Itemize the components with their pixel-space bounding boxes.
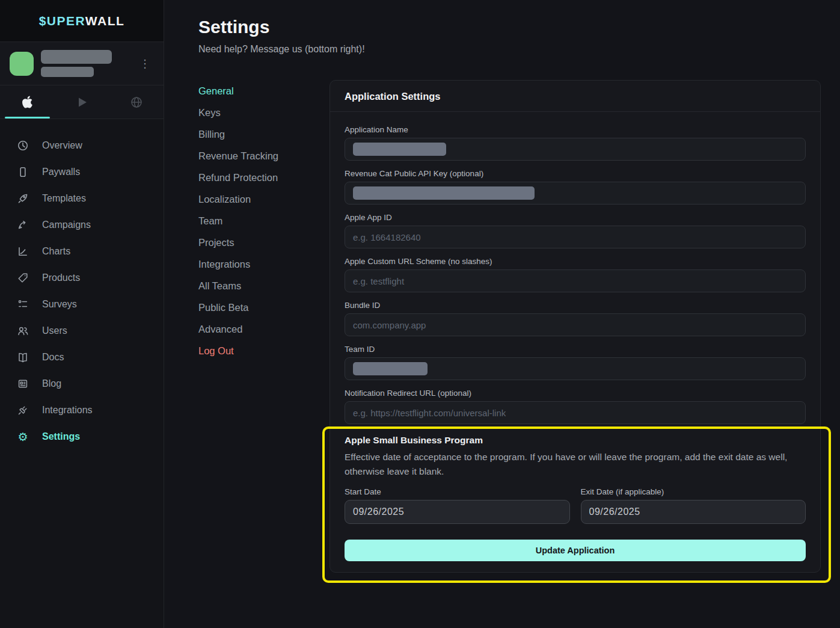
exit-date-input[interactable] (581, 500, 806, 524)
settings-nav: General Keys Billing Revenue Tracking Re… (198, 80, 330, 362)
sidebar-item-users[interactable]: Users (0, 318, 164, 344)
settings-nav-projects[interactable]: Projects (198, 232, 330, 253)
sidebar-item-label: Paywalls (42, 167, 80, 177)
application-name-input[interactable] (345, 138, 806, 161)
field-notification-redirect-url: Notification Redirect URL (optional) (345, 389, 806, 424)
settings-nav-team[interactable]: Team (198, 210, 330, 232)
redacted-value (353, 362, 428, 375)
field-bundle-id: Bundle ID (345, 301, 806, 336)
redacted-value (353, 143, 446, 156)
sidebar-item-integrations[interactable]: Integrations (0, 397, 164, 423)
clock-icon (17, 140, 29, 152)
field-label: Apple Custom URL Scheme (no slashes) (345, 257, 806, 266)
field-revenuecat-api-key: Revenue Cat Public API Key (optional) (345, 169, 806, 205)
settings-nav-localization[interactable]: Localization (198, 188, 330, 210)
sidebar-item-docs[interactable]: Docs (0, 344, 164, 371)
field-label: Exit Date (if applicable) (581, 487, 806, 496)
sidebar-item-label: Charts (42, 246, 70, 257)
notification-redirect-url-input[interactable] (345, 401, 806, 424)
checklist-icon (17, 298, 29, 310)
sidebar-item-label: Overview (42, 140, 82, 151)
sidebar-item-charts[interactable]: Charts (0, 238, 164, 265)
page-subtitle: Need help? Message us (bottom right)! (198, 44, 821, 55)
sbp-title: Apple Small Business Program (345, 435, 806, 446)
apple-app-id-input[interactable] (345, 226, 806, 248)
workspace-avatar (10, 52, 34, 76)
sidebar-item-label: Templates (42, 193, 86, 204)
workspace-switcher[interactable]: ⋮ (0, 42, 164, 85)
sidebar-item-label: Surveys (42, 299, 77, 310)
logo-prefix: $UPER (39, 14, 85, 28)
logo-row: $UPERWALL (0, 0, 164, 42)
start-date-input[interactable] (345, 500, 570, 524)
sidebar: $UPERWALL ⋮ Overview (0, 0, 164, 628)
panel-title: Application Settings (345, 91, 806, 102)
page-title: Settings (198, 17, 821, 37)
platform-tabs (0, 85, 164, 119)
field-apple-app-id: Apple App ID (345, 213, 806, 248)
sidebar-nav: Overview Paywalls Templates Campaigns Ch… (0, 119, 164, 450)
field-label: Notification Redirect URL (optional) (345, 389, 806, 398)
globe-icon (130, 96, 143, 109)
settings-nav-all-teams[interactable]: All Teams (198, 275, 330, 297)
superwall-logo[interactable]: $UPERWALL (39, 14, 125, 28)
sbp-description: Effective date of acceptance to the prog… (345, 450, 806, 479)
update-application-button[interactable]: Update Application (345, 540, 806, 561)
sidebar-item-label: Products (42, 272, 80, 283)
sidebar-item-label: Settings (42, 431, 80, 442)
plug-icon (17, 404, 29, 416)
redacted-bar (41, 50, 112, 64)
settings-nav-log-out[interactable]: Log Out (198, 340, 330, 362)
settings-nav-advanced[interactable]: Advanced (198, 318, 330, 340)
sidebar-item-label: Campaigns (42, 220, 91, 230)
kebab-menu-icon[interactable]: ⋮ (136, 56, 154, 72)
settings-nav-refund-protection[interactable]: Refund Protection (198, 167, 330, 188)
settings-nav-billing[interactable]: Billing (198, 123, 330, 145)
field-label: Start Date (345, 487, 570, 496)
settings-nav-general[interactable]: General (198, 80, 330, 102)
field-label: Bundle ID (345, 301, 806, 310)
apple-icon (22, 95, 33, 109)
tab-google-play[interactable] (55, 85, 109, 119)
tab-apple[interactable] (0, 85, 55, 119)
sidebar-item-products[interactable]: Products (0, 265, 164, 291)
field-label: Team ID (345, 345, 806, 354)
field-application-name: Application Name (345, 125, 806, 161)
small-business-program-section: Apple Small Business Program Effective d… (345, 435, 806, 561)
rocket-icon (17, 192, 29, 205)
redacted-bar (41, 67, 94, 77)
revenuecat-api-key-input[interactable] (345, 182, 806, 205)
phone-icon (17, 166, 29, 178)
gear-icon: ⚙ (17, 431, 29, 443)
sidebar-item-paywalls[interactable]: Paywalls (0, 159, 164, 185)
apple-url-scheme-input[interactable] (345, 269, 806, 292)
bundle-id-input[interactable] (345, 313, 806, 336)
settings-nav-keys[interactable]: Keys (198, 102, 330, 123)
field-label: Apple App ID (345, 213, 806, 222)
sidebar-item-label: Users (42, 325, 67, 336)
sidebar-item-settings[interactable]: ⚙ Settings (0, 423, 164, 450)
promote-icon (17, 219, 29, 231)
settings-nav-integrations[interactable]: Integrations (198, 253, 330, 275)
sidebar-item-overview[interactable]: Overview (0, 132, 164, 159)
sidebar-item-templates[interactable]: Templates (0, 185, 164, 212)
field-apple-url-scheme: Apple Custom URL Scheme (no slashes) (345, 257, 806, 292)
settings-nav-revenue-tracking[interactable]: Revenue Tracking (198, 145, 330, 167)
chart-icon (17, 245, 29, 257)
field-label: Application Name (345, 125, 806, 134)
team-id-input[interactable] (345, 357, 806, 380)
sidebar-item-label: Docs (42, 352, 64, 363)
field-exit-date: Exit Date (if applicable) (581, 487, 806, 524)
sidebar-item-blog[interactable]: Blog (0, 371, 164, 397)
field-label: Revenue Cat Public API Key (optional) (345, 169, 806, 178)
redacted-value (353, 186, 535, 200)
sidebar-item-surveys[interactable]: Surveys (0, 291, 164, 318)
book-icon (17, 351, 29, 363)
field-team-id: Team ID (345, 345, 806, 380)
settings-nav-public-beta[interactable]: Public Beta (198, 297, 330, 318)
sidebar-item-campaigns[interactable]: Campaigns (0, 212, 164, 238)
sidebar-item-label: Blog (42, 378, 61, 389)
tag-icon (17, 272, 29, 284)
logo-suffix: WALL (85, 14, 124, 28)
tab-web[interactable] (109, 85, 164, 119)
